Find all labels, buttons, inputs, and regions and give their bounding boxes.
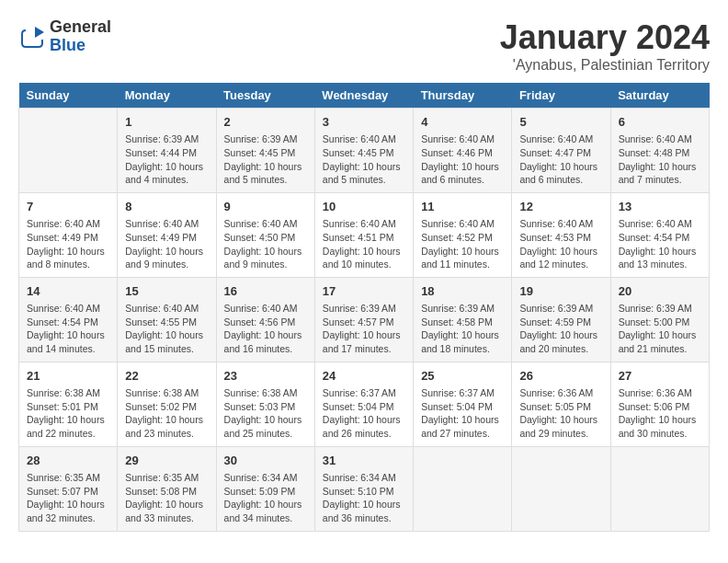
calendar-cell: 30Sunrise: 6:34 AM Sunset: 5:09 PM Dayli… <box>216 446 314 531</box>
calendar-cell: 14Sunrise: 6:40 AM Sunset: 4:54 PM Dayli… <box>19 277 118 362</box>
header-day: Friday <box>512 83 610 109</box>
header-day: Saturday <box>610 83 709 109</box>
header-day: Monday <box>118 83 216 109</box>
logo-icon <box>18 23 46 51</box>
calendar-cell: 17Sunrise: 6:39 AM Sunset: 4:57 PM Dayli… <box>314 277 413 362</box>
day-number: 28 <box>27 453 109 469</box>
day-info: Sunrise: 6:40 AM Sunset: 4:54 PM Dayligh… <box>27 302 109 356</box>
header-day: Sunday <box>19 83 118 109</box>
day-number: 3 <box>323 114 405 131</box>
day-number: 9 <box>224 199 307 215</box>
calendar-cell: 16Sunrise: 6:40 AM Sunset: 4:56 PM Dayli… <box>216 277 314 362</box>
day-info: Sunrise: 6:40 AM Sunset: 4:54 PM Dayligh… <box>619 217 701 271</box>
day-number: 13 <box>619 199 701 215</box>
day-number: 23 <box>224 368 307 385</box>
day-info: Sunrise: 6:39 AM Sunset: 5:00 PM Dayligh… <box>619 302 701 356</box>
day-number: 5 <box>519 114 602 131</box>
calendar-week-row: 14Sunrise: 6:40 AM Sunset: 4:54 PM Dayli… <box>19 277 710 362</box>
calendar-cell <box>512 446 610 531</box>
calendar-cell: 20Sunrise: 6:39 AM Sunset: 5:00 PM Dayli… <box>610 277 709 362</box>
day-number: 22 <box>125 368 208 385</box>
calendar-cell: 22Sunrise: 6:38 AM Sunset: 5:02 PM Dayli… <box>118 362 216 446</box>
calendar-week-row: 28Sunrise: 6:35 AM Sunset: 5:07 PM Dayli… <box>19 446 710 531</box>
svg-marker-0 <box>35 27 44 38</box>
calendar-cell: 10Sunrise: 6:40 AM Sunset: 4:51 PM Dayli… <box>314 192 413 277</box>
calendar-cell: 12Sunrise: 6:40 AM Sunset: 4:53 PM Dayli… <box>512 192 610 277</box>
logo: General Blue <box>18 18 111 55</box>
calendar-cell: 3Sunrise: 6:40 AM Sunset: 4:45 PM Daylig… <box>314 109 413 193</box>
day-info: Sunrise: 6:35 AM Sunset: 5:08 PM Dayligh… <box>125 471 208 525</box>
day-number: 19 <box>519 283 602 300</box>
calendar-cell: 13Sunrise: 6:40 AM Sunset: 4:54 PM Dayli… <box>610 192 709 277</box>
day-number: 26 <box>519 368 602 385</box>
logo-general: General <box>50 18 111 37</box>
day-info: Sunrise: 6:36 AM Sunset: 5:05 PM Dayligh… <box>519 386 602 441</box>
calendar-cell: 23Sunrise: 6:38 AM Sunset: 5:03 PM Dayli… <box>216 362 314 446</box>
day-info: Sunrise: 6:40 AM Sunset: 4:56 PM Dayligh… <box>224 302 307 356</box>
main-title: January 2024 <box>500 18 710 57</box>
day-info: Sunrise: 6:40 AM Sunset: 4:47 PM Dayligh… <box>519 132 602 187</box>
day-info: Sunrise: 6:38 AM Sunset: 5:02 PM Dayligh… <box>125 386 208 441</box>
calendar-week-row: 7Sunrise: 6:40 AM Sunset: 4:49 PM Daylig… <box>19 192 710 277</box>
day-number: 17 <box>323 283 405 300</box>
day-info: Sunrise: 6:40 AM Sunset: 4:52 PM Dayligh… <box>421 217 504 271</box>
calendar-cell: 15Sunrise: 6:40 AM Sunset: 4:55 PM Dayli… <box>118 277 216 362</box>
calendar-cell: 1Sunrise: 6:39 AM Sunset: 4:44 PM Daylig… <box>118 109 216 193</box>
calendar-cell: 19Sunrise: 6:39 AM Sunset: 4:59 PM Dayli… <box>512 277 610 362</box>
calendar-cell: 25Sunrise: 6:37 AM Sunset: 5:04 PM Dayli… <box>414 362 512 446</box>
calendar-cell: 2Sunrise: 6:39 AM Sunset: 4:45 PM Daylig… <box>216 109 314 193</box>
day-number: 16 <box>224 283 307 300</box>
calendar-cell: 7Sunrise: 6:40 AM Sunset: 4:49 PM Daylig… <box>19 192 118 277</box>
day-number: 29 <box>125 453 208 469</box>
calendar-cell: 11Sunrise: 6:40 AM Sunset: 4:52 PM Dayli… <box>414 192 512 277</box>
day-info: Sunrise: 6:40 AM Sunset: 4:48 PM Dayligh… <box>619 132 701 187</box>
calendar-cell: 5Sunrise: 6:40 AM Sunset: 4:47 PM Daylig… <box>512 109 610 193</box>
header-day: Tuesday <box>216 83 314 109</box>
day-info: Sunrise: 6:38 AM Sunset: 5:03 PM Dayligh… <box>224 386 307 441</box>
header-row: SundayMondayTuesdayWednesdayThursdayFrid… <box>19 83 710 109</box>
day-number: 31 <box>323 453 405 469</box>
day-info: Sunrise: 6:39 AM Sunset: 4:45 PM Dayligh… <box>224 132 307 187</box>
day-info: Sunrise: 6:35 AM Sunset: 5:07 PM Dayligh… <box>27 471 109 525</box>
day-info: Sunrise: 6:39 AM Sunset: 4:44 PM Dayligh… <box>125 132 208 187</box>
logo-text: General Blue <box>50 18 111 55</box>
day-number: 21 <box>27 368 109 385</box>
header-day: Thursday <box>414 83 512 109</box>
day-info: Sunrise: 6:34 AM Sunset: 5:10 PM Dayligh… <box>323 471 405 525</box>
day-number: 1 <box>125 114 208 131</box>
day-number: 2 <box>224 114 307 131</box>
calendar-week-row: 1Sunrise: 6:39 AM Sunset: 4:44 PM Daylig… <box>19 109 710 193</box>
day-info: Sunrise: 6:34 AM Sunset: 5:09 PM Dayligh… <box>224 471 307 525</box>
title-section: January 2024 'Aynabus, Palestinian Terri… <box>500 18 710 74</box>
day-info: Sunrise: 6:37 AM Sunset: 5:04 PM Dayligh… <box>323 386 405 441</box>
day-info: Sunrise: 6:40 AM Sunset: 4:50 PM Dayligh… <box>224 217 307 271</box>
calendar-cell: 8Sunrise: 6:40 AM Sunset: 4:49 PM Daylig… <box>118 192 216 277</box>
calendar-cell: 21Sunrise: 6:38 AM Sunset: 5:01 PM Dayli… <box>19 362 118 446</box>
day-number: 20 <box>619 283 701 300</box>
day-number: 11 <box>421 199 504 215</box>
calendar-cell: 18Sunrise: 6:39 AM Sunset: 4:58 PM Dayli… <box>414 277 512 362</box>
day-number: 30 <box>224 453 307 469</box>
day-info: Sunrise: 6:39 AM Sunset: 4:57 PM Dayligh… <box>323 302 405 356</box>
calendar-cell <box>19 109 118 193</box>
day-number: 25 <box>421 368 504 385</box>
calendar-cell <box>610 446 709 531</box>
calendar-cell: 28Sunrise: 6:35 AM Sunset: 5:07 PM Dayli… <box>19 446 118 531</box>
calendar-week-row: 21Sunrise: 6:38 AM Sunset: 5:01 PM Dayli… <box>19 362 710 446</box>
day-number: 27 <box>619 368 701 385</box>
day-info: Sunrise: 6:40 AM Sunset: 4:49 PM Dayligh… <box>27 217 109 271</box>
day-info: Sunrise: 6:40 AM Sunset: 4:49 PM Dayligh… <box>125 217 208 271</box>
calendar-cell <box>414 446 512 531</box>
day-number: 10 <box>323 199 405 215</box>
day-number: 6 <box>619 114 701 131</box>
calendar-cell: 27Sunrise: 6:36 AM Sunset: 5:06 PM Dayli… <box>610 362 709 446</box>
day-info: Sunrise: 6:40 AM Sunset: 4:55 PM Dayligh… <box>125 302 208 356</box>
day-info: Sunrise: 6:40 AM Sunset: 4:51 PM Dayligh… <box>323 217 405 271</box>
calendar-table: SundayMondayTuesdayWednesdayThursdayFrid… <box>18 83 710 532</box>
calendar-cell: 31Sunrise: 6:34 AM Sunset: 5:10 PM Dayli… <box>314 446 413 531</box>
day-number: 14 <box>27 283 109 300</box>
day-info: Sunrise: 6:40 AM Sunset: 4:46 PM Dayligh… <box>421 132 504 187</box>
day-number: 18 <box>421 283 504 300</box>
day-info: Sunrise: 6:38 AM Sunset: 5:01 PM Dayligh… <box>27 386 109 441</box>
calendar-cell: 9Sunrise: 6:40 AM Sunset: 4:50 PM Daylig… <box>216 192 314 277</box>
